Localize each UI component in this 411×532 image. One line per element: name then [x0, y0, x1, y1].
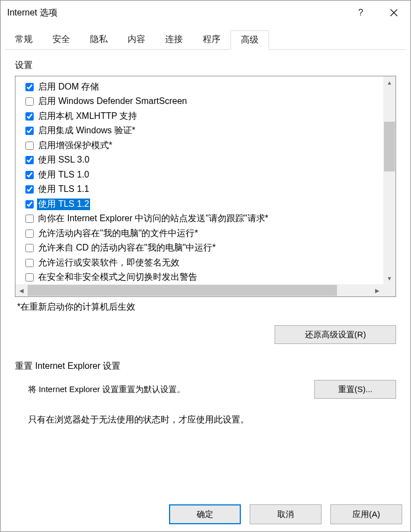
hscroll-track[interactable]: [28, 284, 371, 296]
reset-section: 重置 Internet Explorer 设置 将 Internet Explo…: [15, 361, 396, 426]
vscroll-thumb[interactable]: [384, 122, 395, 171]
scroll-right-icon[interactable]: ▶: [371, 284, 383, 296]
settings-item-checkbox[interactable]: [25, 156, 34, 164]
settings-item[interactable]: 启用集成 Windows 验证*: [25, 124, 383, 139]
settings-item[interactable]: 在安全和非安全模式之间切换时发出警告: [25, 270, 383, 285]
vscroll-track[interactable]: [383, 88, 396, 272]
cancel-button[interactable]: 取消: [250, 504, 322, 524]
settings-item[interactable]: 使用 TLS 1.2: [25, 197, 383, 212]
settings-item-label: 使用 TLS 1.2: [37, 199, 90, 210]
scroll-left-icon[interactable]: ◀: [15, 284, 28, 296]
settings-list[interactable]: 启用 DOM 存储启用 Windows Defender SmartScreen…: [15, 76, 383, 284]
settings-item-label: 启用增强保护模式*: [37, 140, 113, 152]
horizontal-scrollbar[interactable]: ◀ ▶: [15, 284, 383, 296]
help-icon: ?: [359, 8, 363, 18]
scroll-down-icon[interactable]: ▼: [383, 272, 396, 284]
settings-item-label: 允许活动内容在"我的电脑"的文件中运行*: [37, 228, 199, 239]
settings-item-checkbox[interactable]: [25, 83, 34, 91]
help-button[interactable]: ?: [344, 1, 377, 25]
reset-heading: 重置 Internet Explorer 设置: [15, 361, 396, 372]
settings-item-checkbox[interactable]: [25, 244, 34, 252]
settings-item[interactable]: 使用 SSL 3.0: [25, 153, 383, 168]
settings-item-label: 使用 SSL 3.0: [37, 154, 91, 166]
settings-item[interactable]: 允许运行或安装软件，即使签名无效: [25, 255, 383, 270]
settings-item[interactable]: 启用本机 XMLHTTP 支持: [25, 109, 383, 124]
settings-item-label: 允许运行或安装软件，即使签名无效: [37, 257, 181, 269]
settings-item[interactable]: 启用 DOM 存储: [25, 80, 383, 95]
tab-security[interactable]: 安全: [43, 30, 80, 50]
settings-item-label: 启用 DOM 存储: [37, 81, 100, 93]
settings-item-label: 在安全和非安全模式之间切换时发出警告: [37, 272, 198, 283]
settings-item-label: 启用集成 Windows 验证*: [37, 125, 136, 137]
apply-button[interactable]: 应用(A): [330, 504, 402, 524]
restart-note: *在重新启动你的计算机后生效: [15, 301, 396, 313]
window-title: Internet 选项: [7, 7, 344, 19]
settings-item-label: 使用 TLS 1.1: [37, 184, 90, 195]
reset-note: 只有在浏览器处于无法使用的状态时，才应使用此设置。: [15, 414, 396, 426]
settings-item-checkbox[interactable]: [25, 273, 34, 281]
settings-item-label: 允许来自 CD 的活动内容在"我的电脑"中运行*: [37, 242, 217, 254]
settings-group-label: 设置: [15, 60, 396, 71]
settings-item-checkbox[interactable]: [25, 142, 34, 150]
settings-item-checkbox[interactable]: [25, 230, 34, 238]
hscroll-thumb[interactable]: [28, 285, 337, 296]
settings-item-checkbox[interactable]: [25, 259, 34, 267]
tab-panel-advanced: 设置 启用 DOM 存储启用 Windows Defender SmartScr…: [1, 50, 410, 431]
settings-item-checkbox[interactable]: [25, 185, 34, 194]
settings-item-checkbox[interactable]: [25, 112, 34, 121]
reset-button[interactable]: 重置(S)...: [314, 380, 396, 399]
settings-item-label: 使用 TLS 1.0: [37, 169, 90, 181]
settings-item-checkbox[interactable]: [25, 200, 34, 208]
settings-item-checkbox[interactable]: [25, 127, 34, 135]
tab-privacy[interactable]: 隐私: [80, 30, 118, 50]
settings-item[interactable]: 向你在 Internet Explorer 中访问的站点发送"请勿跟踪"请求*: [25, 212, 383, 227]
settings-item-label: 向你在 Internet Explorer 中访问的站点发送"请勿跟踪"请求*: [37, 213, 270, 225]
vertical-scrollbar[interactable]: ▲ ▼: [383, 76, 396, 284]
tab-content[interactable]: 内容: [118, 30, 155, 50]
ok-button[interactable]: 确定: [169, 504, 241, 524]
tab-advanced[interactable]: 高级: [230, 30, 269, 50]
settings-listbox: 启用 DOM 存储启用 Windows Defender SmartScreen…: [15, 76, 396, 297]
settings-item-label: 启用 Windows Defender SmartScreen: [37, 96, 188, 107]
settings-item[interactable]: 启用增强保护模式*: [25, 138, 383, 153]
tab-connections[interactable]: 连接: [155, 30, 193, 50]
settings-item-checkbox[interactable]: [25, 171, 34, 179]
tab-strip: 常规 安全 隐私 内容 连接 程序 高级: [1, 25, 410, 50]
titlebar: Internet 选项 ?: [1, 1, 410, 25]
scroll-up-icon[interactable]: ▲: [383, 76, 396, 88]
tab-general[interactable]: 常规: [5, 30, 43, 50]
scroll-corner: [383, 284, 396, 296]
settings-item-label: 启用本机 XMLHTTP 支持: [37, 111, 138, 122]
settings-item[interactable]: 允许活动内容在"我的电脑"的文件中运行*: [25, 226, 383, 241]
settings-item[interactable]: 允许来自 CD 的活动内容在"我的电脑"中运行*: [25, 241, 383, 256]
settings-item[interactable]: 启用 Windows Defender SmartScreen: [25, 95, 383, 109]
reset-description: 将 Internet Explorer 设置重置为默认设置。: [28, 384, 185, 395]
settings-item-checkbox[interactable]: [25, 215, 34, 223]
dialog-button-row: 确定 取消 应用(A): [169, 504, 402, 524]
restore-advanced-button[interactable]: 还原高级设置(R): [275, 325, 396, 344]
settings-item-checkbox[interactable]: [25, 97, 34, 106]
close-button[interactable]: [377, 1, 410, 25]
tab-programs[interactable]: 程序: [193, 30, 230, 50]
settings-item[interactable]: 使用 TLS 1.1: [25, 182, 383, 197]
settings-item[interactable]: 使用 TLS 1.0: [25, 168, 383, 182]
close-icon: [390, 9, 398, 17]
